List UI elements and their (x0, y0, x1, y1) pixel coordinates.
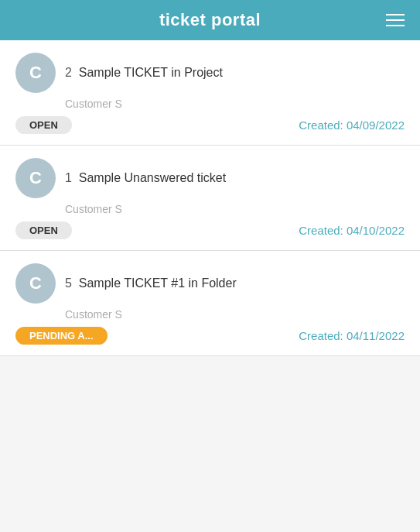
ticket-title: 1 Sample Unanswered ticket (65, 171, 226, 185)
ticket-customer: Customer S (65, 308, 405, 321)
ticket-top: C 5 Sample TICKET #1 in Folder (15, 263, 405, 304)
ticket-title: 5 Sample TICKET #1 in Folder (65, 276, 237, 290)
ticket-customer: Customer S (65, 203, 405, 215)
app-title: ticket portal (159, 10, 261, 30)
ticket-bottom: OPEN Created: 04/09/2022 (15, 116, 405, 134)
ticket-customer: Customer S (65, 98, 405, 110)
ticket-item[interactable]: C 2 Sample TICKET in Project Customer S … (0, 40, 420, 146)
avatar: C (15, 158, 56, 198)
ticket-created-date: Created: 04/09/2022 (299, 118, 405, 132)
avatar: C (15, 53, 56, 93)
status-badge: OPEN (15, 221, 72, 239)
ticket-created-date: Created: 04/10/2022 (299, 224, 405, 237)
status-badge: PENDING A... (15, 327, 108, 345)
ticket-top: C 1 Sample Unanswered ticket (15, 158, 405, 198)
hamburger-menu-button[interactable] (386, 14, 405, 26)
status-badge: OPEN (15, 116, 72, 134)
avatar: C (15, 263, 56, 304)
ticket-title: 2 Sample TICKET in Project (65, 66, 223, 80)
ticket-item[interactable]: C 1 Sample Unanswered ticket Customer S … (0, 146, 420, 251)
ticket-id: 2 (65, 66, 72, 79)
ticket-list: C 2 Sample TICKET in Project Customer S … (0, 40, 420, 356)
app-header: ticket portal (0, 0, 420, 40)
ticket-item[interactable]: C 5 Sample TICKET #1 in Folder Customer … (0, 251, 420, 356)
ticket-id: 5 (65, 276, 72, 290)
ticket-bottom: OPEN Created: 04/10/2022 (15, 221, 405, 239)
ticket-created-date: Created: 04/11/2022 (299, 329, 405, 342)
ticket-bottom: PENDING A... Created: 04/11/2022 (15, 327, 405, 345)
ticket-id: 1 (65, 171, 72, 184)
ticket-top: C 2 Sample TICKET in Project (15, 53, 405, 93)
